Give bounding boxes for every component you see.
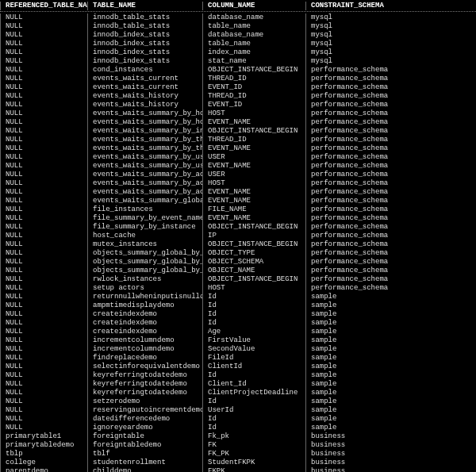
cell: sample: [305, 319, 389, 328]
cell: OBJECT_NAME: [202, 267, 305, 275]
cell: performance_schema: [305, 214, 389, 223]
cell: events_waits_current: [87, 75, 202, 83]
cell: NULL: [0, 13, 87, 22]
table-row: NULLcreateindexdemoIdsample: [0, 310, 476, 319]
cell: file_summary_by_instance: [87, 223, 202, 232]
table-row: NULLinnodb_index_statsstat_namemysql: [0, 57, 476, 66]
cell: NULL: [0, 197, 87, 205]
table-row: NULLevents_waits_summary_by_host_by_even…: [0, 118, 476, 127]
cell: NULL: [0, 406, 87, 415]
cell: Id: [202, 371, 305, 380]
cell: objects_summary_global_by_type: [87, 249, 202, 258]
cell: sample: [305, 397, 389, 406]
cell: file_instances: [87, 205, 202, 214]
cell: NULL: [0, 310, 87, 319]
cell: events_waits_summary_by_account_by_event…: [87, 179, 202, 188]
cell: NULL: [0, 40, 87, 48]
cell: NULL: [0, 301, 87, 310]
table-row: NULLevents_waits_historyTHREAD_IDperform…: [0, 92, 476, 101]
column-header: TABLE_NAME: [87, 2, 202, 10]
cell: Id: [202, 310, 305, 319]
cell: primarytabledemo: [0, 441, 87, 450]
table-row: collegestudentenrollmentStudentFKPKbusin…: [0, 459, 476, 467]
table-row: NULLrwlock_instancesOBJECT_INSTANCE_BEGI…: [0, 275, 476, 284]
table-row: parentdemochilddemoFKPKbusiness: [0, 467, 476, 472]
cell: performance_schema: [305, 197, 389, 205]
cell: EVENT_NAME: [202, 118, 305, 127]
cell: childdemo: [87, 467, 202, 472]
cell: FK: [202, 441, 305, 450]
cell: ignoreyeardemo: [87, 424, 202, 432]
cell: NULL: [0, 240, 87, 249]
cell: table_name: [202, 22, 305, 31]
cell: performance_schema: [305, 232, 389, 240]
cell: performance_schema: [305, 249, 389, 258]
cell: business: [305, 441, 389, 450]
cell: objects_summary_global_by_type: [87, 258, 202, 267]
cell: NULL: [0, 188, 87, 197]
cell: OBJECT_INSTANCE_BEGIN: [202, 275, 305, 284]
table-row: NULLkeyreferringtodatedemoClient_Idsampl…: [0, 380, 476, 389]
cell: FirstValue: [202, 336, 305, 345]
table-row: NULLevents_waits_summary_by_account_by_e…: [0, 179, 476, 188]
table-row: NULLevents_waits_summary_by_thread_by_ev…: [0, 144, 476, 153]
cell: performance_schema: [305, 240, 389, 249]
cell: events_waits_summary_by_host_by_event_na…: [87, 109, 202, 118]
cell: NULL: [0, 223, 87, 232]
cell: performance_schema: [305, 127, 389, 136]
cell: NULL: [0, 328, 87, 336]
cell: OBJECT_INSTANCE_BEGIN: [202, 66, 305, 75]
column-header: COLUMN_NAME: [202, 2, 305, 10]
cell: performance_schema: [305, 92, 389, 101]
cell: index_name: [202, 48, 305, 57]
cell: host_cache: [87, 232, 202, 240]
cell: mysql: [305, 48, 389, 57]
cell: setzerodemo: [87, 397, 202, 406]
cell: events_waits_summary_by_user_by_event_na…: [87, 153, 202, 162]
table-row: NULLsetup actorsHOSTperformance_schema: [0, 284, 476, 293]
cell: HOST: [202, 179, 305, 188]
cell: sample: [305, 328, 389, 336]
cell: NULL: [0, 415, 87, 424]
cell: innodb_index_stats: [87, 48, 202, 57]
table-row: NULLfile_summary_by_event_nameEVENT_NAME…: [0, 214, 476, 223]
table-row: NULLignoreyeardemoIdsample: [0, 424, 476, 432]
cell: NULL: [0, 258, 87, 267]
cell: findreplacedemo: [87, 354, 202, 363]
cell: performance_schema: [305, 258, 389, 267]
cell: NULL: [0, 109, 87, 118]
cell: NULL: [0, 144, 87, 153]
cell: datedifferencedemo: [87, 415, 202, 424]
cell: foreigntabledemo: [87, 441, 202, 450]
cell: StudentFKPK: [202, 459, 305, 467]
cell: innodb_table_stats: [87, 13, 202, 22]
cell: NULL: [0, 345, 87, 354]
cell: OBJECT_INSTANCE_BEGIN: [202, 127, 305, 136]
table-row: NULLinnodb_table_statsdatabase_namemysql: [0, 13, 476, 22]
cell: NULL: [0, 92, 87, 101]
table-row: NULLincrementcolumndemoFirstValuesample: [0, 336, 476, 345]
cell: selectinforequivalentdemo: [87, 363, 202, 371]
table-row: NULLdatedifferencedemoIdsample: [0, 415, 476, 424]
cell: performance_schema: [305, 153, 389, 162]
table-row: NULLevents_waits_currentTHREAD_IDperform…: [0, 75, 476, 83]
cell: USER: [202, 171, 305, 179]
cell: NULL: [0, 83, 87, 92]
cell: events_waits_current: [87, 83, 202, 92]
cell: NULL: [0, 153, 87, 162]
cell: OBJECT_INSTANCE_BEGIN: [202, 223, 305, 232]
cell: Id: [202, 301, 305, 310]
cell: Id: [202, 397, 305, 406]
cell: stat_name: [202, 57, 305, 66]
cell: mysql: [305, 40, 389, 48]
cell: performance_schema: [305, 275, 389, 284]
table-row: NULLevents_waits_summary_by_user_by_even…: [0, 153, 476, 162]
cell: events_waits_summary_by_thread_by_event_…: [87, 144, 202, 153]
cell: innodb_index_stats: [87, 57, 202, 66]
cell: Id: [202, 319, 305, 328]
cell: Id: [202, 293, 305, 301]
cell: sample: [305, 310, 389, 319]
cell: THREAD_ID: [202, 136, 305, 144]
cell: FileId: [202, 354, 305, 363]
table-row: NULLsetzerodemoIdsample: [0, 397, 476, 406]
